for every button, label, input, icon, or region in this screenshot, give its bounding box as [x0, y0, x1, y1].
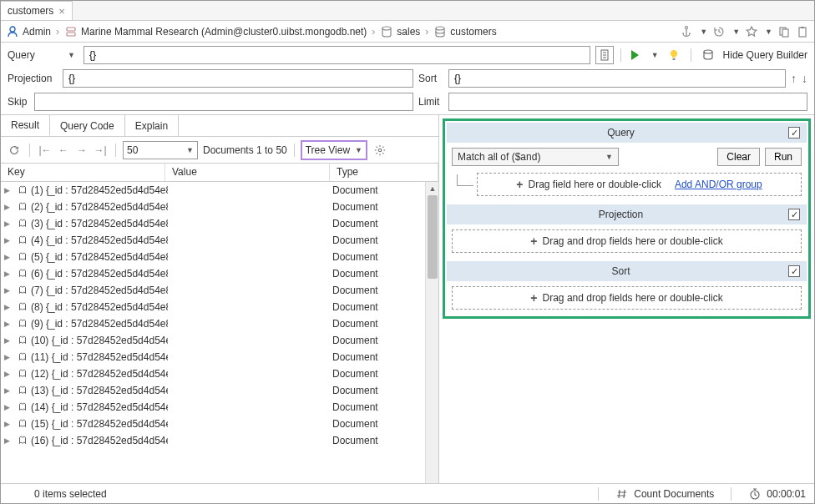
table-row[interactable]: ▶(13) {_id : 57d28452ed5d4d54e { 14 fiel… — [1, 382, 438, 399]
dropdown-icon[interactable]: ▼ — [700, 28, 707, 36]
expand-icon[interactable]: ▶ — [4, 270, 14, 278]
close-icon[interactable]: × — [58, 5, 65, 18]
qb-query-title: Query — [453, 127, 788, 139]
table-row[interactable]: ▶(8) {_id : 57d28452ed5d4d54e8 { 13 fiel… — [1, 299, 438, 315]
last-page-icon[interactable]: →| — [92, 142, 109, 159]
grid-body[interactable]: ▶(1) {_id : 57d28452ed5d4d54e8 { 14 fiel… — [1, 182, 438, 501]
count-documents-button[interactable]: Count Documents — [615, 487, 714, 501]
dropdown-icon[interactable]: ▼ — [732, 28, 740, 36]
limit-input[interactable] — [448, 93, 807, 111]
tab-query-code[interactable]: Query Code — [50, 115, 125, 136]
scrollbar[interactable]: ▲ ▼ — [425, 182, 438, 501]
query-label: Query — [8, 49, 58, 61]
expand-icon[interactable]: ▶ — [4, 286, 14, 295]
qb-query-checkbox[interactable]: ✓ — [788, 127, 800, 139]
view-mode-select[interactable]: Tree View ▼ — [301, 141, 367, 159]
table-row[interactable]: ▶(3) {_id : 57d28452ed5d4d54e8 { 13 fiel… — [1, 215, 438, 232]
qb-run-button[interactable]: Run — [765, 148, 802, 166]
table-row[interactable]: ▶(12) {_id : 57d28452ed5d4d54e { 14 fiel… — [1, 365, 438, 382]
chevron-down-icon: ▼ — [605, 153, 613, 161]
stopwatch-icon — [748, 487, 762, 501]
anchor-icon[interactable] — [680, 25, 693, 38]
sort-input[interactable] — [448, 69, 786, 88]
breadcrumb-cluster[interactable]: Marine Mammal Research (Admin@cluster0.u… — [81, 26, 367, 38]
breadcrumb-database[interactable]: sales — [397, 26, 420, 38]
page-size-select[interactable]: 50 ▼ — [123, 141, 198, 159]
table-row[interactable]: ▶(14) {_id : 57d28452ed5d4d54e { 14 fiel… — [1, 399, 438, 416]
qb-clear-button[interactable]: Clear — [717, 148, 760, 166]
expand-icon[interactable]: ▶ — [4, 253, 14, 261]
expand-icon[interactable]: ▶ — [4, 219, 14, 228]
expand-icon[interactable]: ▶ — [4, 303, 14, 311]
table-row[interactable]: ▶(7) {_id : 57d28452ed5d4d54e8 { 14 fiel… — [1, 282, 438, 299]
expand-icon[interactable]: ▶ — [4, 370, 14, 378]
editor-tab[interactable]: customers × — [1, 1, 73, 20]
column-type[interactable]: Type — [330, 164, 438, 181]
dropdown-icon[interactable]: ▼ — [765, 28, 772, 36]
table-row[interactable]: ▶(16) {_id : 57d28452ed5d4d54e { 13 fiel… — [1, 432, 438, 449]
expand-icon[interactable]: ▶ — [4, 403, 14, 411]
table-row[interactable]: ▶(9) {_id : 57d28452ed5d4d54e8 { 13 fiel… — [1, 315, 438, 332]
table-row[interactable]: ▶(2) {_id : 57d28452ed5d4d54e8 { 13 fiel… — [1, 199, 438, 215]
table-row[interactable]: ▶(10) {_id : 57d28452ed5d4d54e { 14 fiel… — [1, 332, 438, 349]
paste-icon[interactable] — [796, 25, 809, 38]
qb-add-group-link[interactable]: Add AND/OR group — [675, 179, 762, 190]
sort-asc-icon[interactable]: ↑ — [791, 72, 797, 85]
scrollbar-thumb[interactable] — [428, 195, 438, 279]
qb-sort-checkbox[interactable]: ✓ — [788, 265, 800, 277]
scrollbar-up-icon[interactable]: ▲ — [426, 182, 438, 195]
table-row[interactable]: ▶(5) {_id : 57d28452ed5d4d54e8 { 12 fiel… — [1, 249, 438, 265]
expand-icon[interactable]: ▶ — [4, 353, 14, 361]
table-row[interactable]: ▶(4) {_id : 57d28452ed5d4d54e8 { 13 fiel… — [1, 232, 438, 249]
table-row[interactable]: ▶(6) {_id : 57d28452ed5d4d54e8 { 14 fiel… — [1, 265, 438, 282]
expand-icon[interactable]: ▶ — [4, 336, 14, 345]
gear-icon[interactable] — [372, 142, 388, 159]
prev-page-icon[interactable]: ← — [55, 142, 72, 159]
expand-icon[interactable]: ▶ — [4, 203, 14, 211]
document-icon — [14, 435, 31, 446]
qb-projection-checkbox[interactable]: ✓ — [788, 209, 800, 220]
chevron-right-icon: › — [56, 26, 59, 38]
tab-result[interactable]: Result — [1, 115, 50, 136]
qb-sort-dropzone[interactable]: + Drag and drop fields here or double-cl… — [452, 286, 802, 310]
column-key[interactable]: Key — [1, 164, 165, 181]
star-icon[interactable] — [745, 25, 758, 38]
qb-query-dropzone[interactable]: + Drag field here or double-click Add AN… — [477, 173, 802, 196]
table-row[interactable]: ▶(1) {_id : 57d28452ed5d4d54e8 { 14 fiel… — [1, 182, 438, 199]
document-range: Documents 1 to 50 — [203, 144, 287, 156]
expand-icon[interactable]: ▶ — [4, 320, 14, 328]
table-row[interactable]: ▶(15) {_id : 57d28452ed5d4d54e { 14 fiel… — [1, 416, 438, 432]
qb-projection-dropzone[interactable]: + Drag and drop fields here or double-cl… — [452, 229, 802, 253]
column-value[interactable]: Value — [165, 164, 330, 181]
dropdown-icon[interactable]: ▼ — [651, 51, 659, 59]
expand-icon[interactable]: ▶ — [4, 386, 14, 395]
history-icon[interactable] — [712, 25, 726, 38]
lightbulb-icon[interactable] — [667, 48, 681, 62]
row-type: Document — [332, 335, 435, 346]
expand-icon[interactable]: ▶ — [4, 186, 14, 194]
query-builder-panel: Query ✓ Match all of ($and) ▼ Clear Run — [439, 115, 814, 501]
chevron-down-icon[interactable]: ▼ — [64, 51, 78, 59]
qb-match-mode-select[interactable]: Match all of ($and) ▼ — [452, 148, 619, 166]
query-section: Query ▼ ▼ Hide Query Builder Projection … — [1, 43, 814, 115]
play-icon[interactable] — [628, 48, 641, 62]
dropzone-label: Drag field here or double-click — [529, 179, 661, 190]
projection-input[interactable] — [63, 69, 413, 88]
next-page-icon[interactable]: → — [73, 142, 90, 159]
row-key: (9) {_id : 57d28452ed5d4d54e8 { 13 field… — [31, 318, 168, 330]
first-page-icon[interactable]: |← — [37, 142, 53, 159]
breadcrumb-collection[interactable]: customers — [450, 26, 496, 38]
expand-icon[interactable]: ▶ — [4, 420, 14, 428]
tab-explain[interactable]: Explain — [125, 115, 179, 136]
query-input[interactable] — [84, 46, 590, 64]
expand-icon[interactable]: ▶ — [4, 236, 14, 244]
skip-input[interactable] — [34, 93, 413, 111]
document-picker-icon[interactable] — [595, 46, 614, 64]
breadcrumb-user[interactable]: Admin — [23, 26, 51, 38]
table-row[interactable]: ▶(11) {_id : 57d28452ed5d4d54e { 12 fiel… — [1, 349, 438, 365]
hide-query-builder-button[interactable]: Hide Query Builder — [723, 49, 807, 61]
copy-icon[interactable] — [777, 25, 791, 38]
expand-icon[interactable]: ▶ — [4, 436, 14, 445]
refresh-icon[interactable] — [6, 142, 23, 159]
sort-desc-icon[interactable]: ↓ — [802, 72, 807, 85]
